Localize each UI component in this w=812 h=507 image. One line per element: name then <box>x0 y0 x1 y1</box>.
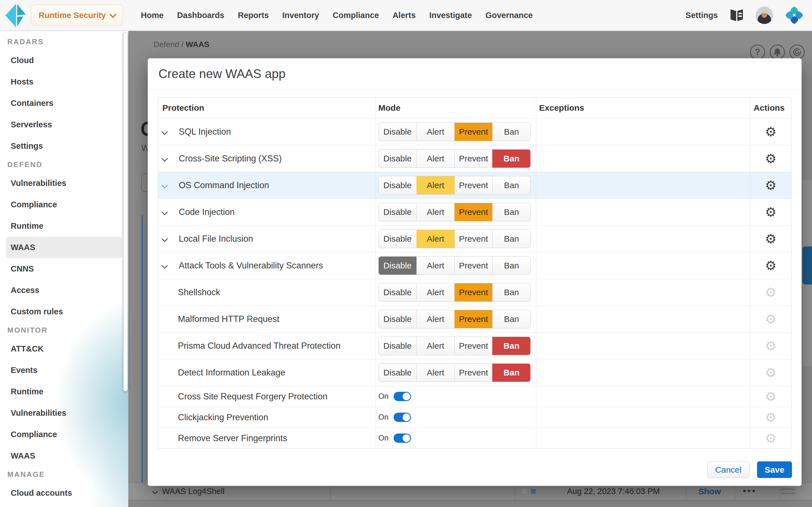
status-square-blue <box>531 489 536 494</box>
mode-option-ban[interactable]: Ban <box>492 257 530 275</box>
actions-cell: ⚙ <box>750 145 791 172</box>
sidebar-scrollbar[interactable] <box>123 33 128 392</box>
mode-option-disable[interactable]: Disable <box>378 230 416 248</box>
sidebar-item-waas[interactable]: WAAS <box>6 445 122 466</box>
mode-cell: DisableAlertPreventBan <box>375 145 536 172</box>
chevron-down-icon[interactable] <box>161 156 168 162</box>
mode-option-disable[interactable]: Disable <box>378 363 416 382</box>
mode-option-prevent[interactable]: Prevent <box>455 230 493 248</box>
mode-option-alert[interactable]: Alert <box>416 257 455 275</box>
mode-option-alert[interactable]: Alert <box>416 337 455 355</box>
nav-item-investigate[interactable]: Investigate <box>422 11 479 20</box>
docs-book-icon[interactable] <box>730 9 744 22</box>
mode-option-alert[interactable]: Alert <box>416 176 455 194</box>
mode-option-prevent[interactable]: Prevent <box>455 176 493 194</box>
mode-option-disable[interactable]: Disable <box>378 176 416 194</box>
cancel-button[interactable]: Cancel <box>707 461 750 478</box>
mode-option-ban[interactable]: Ban <box>492 363 530 382</box>
mode-option-prevent[interactable]: Prevent <box>455 123 493 141</box>
mode-option-ban[interactable]: Ban <box>492 176 530 194</box>
mode-option-disable[interactable]: Disable <box>378 257 416 275</box>
mode-option-ban[interactable]: Ban <box>492 230 530 248</box>
mode-option-disable[interactable]: Disable <box>378 123 416 141</box>
nav-item-home[interactable]: Home <box>134 11 170 20</box>
sidebar-item-custom-rules[interactable]: Custom rules <box>6 301 122 322</box>
mode-option-prevent[interactable]: Prevent <box>455 257 493 275</box>
mode-option-prevent[interactable]: Prevent <box>455 283 493 301</box>
mode-option-alert[interactable]: Alert <box>416 203 455 221</box>
sidebar-item-compliance[interactable]: Compliance <box>6 424 122 445</box>
sidebar-item-hosts[interactable]: Hosts <box>6 71 122 93</box>
gear-icon[interactable]: ⚙ <box>765 232 776 245</box>
mode-option-alert[interactable]: Alert <box>416 150 455 168</box>
mode-option-prevent[interactable]: Prevent <box>455 363 493 382</box>
nav-item-alerts[interactable]: Alerts <box>386 11 422 20</box>
runtime-security-logo-icon[interactable] <box>0 3 31 27</box>
mode-option-prevent[interactable]: Prevent <box>455 310 493 328</box>
mode-option-alert[interactable]: Alert <box>416 283 455 301</box>
sidebar-item-access[interactable]: Access <box>6 279 122 301</box>
mode-option-disable[interactable]: Disable <box>378 310 416 328</box>
mode-segmented-control: DisableAlertPreventBan <box>378 122 530 141</box>
mode-option-disable[interactable]: Disable <box>378 203 416 221</box>
mode-option-alert[interactable]: Alert <box>416 230 455 248</box>
sidebar-item-cloud-accounts[interactable]: Cloud accounts <box>6 482 122 504</box>
mode-option-disable[interactable]: Disable <box>378 150 416 168</box>
mode-option-prevent[interactable]: Prevent <box>455 150 493 168</box>
mode-option-ban[interactable]: Ban <box>492 310 530 328</box>
chevron-down-icon[interactable] <box>161 182 168 189</box>
sidebar-item-vulnerabilities[interactable]: Vulnerabilities <box>6 402 122 424</box>
chevron-down-icon[interactable] <box>161 263 168 269</box>
sidebar-item-cloud[interactable]: Cloud <box>6 50 122 71</box>
mode-option-alert[interactable]: Alert <box>416 310 455 328</box>
mode-option-prevent[interactable]: Prevent <box>455 203 493 221</box>
mode-option-ban[interactable]: Ban <box>492 337 530 355</box>
gear-icon[interactable]: ⚙ <box>765 179 776 192</box>
chevron-down-icon <box>152 489 158 494</box>
table-row: OS Command InjectionDisableAlertPreventB… <box>158 172 791 199</box>
save-button[interactable]: Save <box>757 461 792 478</box>
sidebar-item-containers[interactable]: Containers <box>6 93 122 114</box>
sidebar-item-runtime[interactable]: Runtime <box>6 215 122 237</box>
nav-item-dashboards[interactable]: Dashboards <box>170 11 231 20</box>
mode-option-ban[interactable]: Ban <box>492 283 530 301</box>
mode-option-disable[interactable]: Disable <box>378 337 416 355</box>
toggle-switch[interactable] <box>394 434 411 443</box>
sidebar-item-compliance[interactable]: Compliance <box>6 194 122 215</box>
sidebar-item-settings[interactable]: Settings <box>6 135 122 157</box>
nav-item-compliance[interactable]: Compliance <box>326 11 386 20</box>
mode-option-ban[interactable]: Ban <box>492 123 530 141</box>
nav-item-inventory[interactable]: Inventory <box>275 11 326 20</box>
mode-option-prevent[interactable]: Prevent <box>455 337 493 355</box>
nav-item-governance[interactable]: Governance <box>479 11 540 20</box>
nav-item-reports[interactable]: Reports <box>231 11 276 20</box>
sidebar-item-runtime[interactable]: Runtime <box>6 381 122 402</box>
gear-icon: ⚙ <box>765 366 776 379</box>
mode-option-alert[interactable]: Alert <box>416 123 455 141</box>
chevron-down-icon[interactable] <box>161 209 168 216</box>
toggle-switch[interactable] <box>394 392 411 401</box>
mode-cell: On <box>375 407 536 428</box>
gear-icon[interactable]: ⚙ <box>765 206 776 219</box>
sidebar-item-serverless[interactable]: Serverless <box>6 114 122 135</box>
sidebar-item-events[interactable]: Events <box>6 359 122 381</box>
chevron-down-icon[interactable] <box>161 129 168 135</box>
product-switcher[interactable]: Runtime Security <box>31 4 123 26</box>
gear-icon[interactable]: ⚙ <box>765 125 776 138</box>
gear-icon[interactable]: ⚙ <box>765 152 776 165</box>
mode-cell: DisableAlertPreventBan <box>375 119 536 145</box>
prisma-cloud-app-icon[interactable] <box>785 6 804 24</box>
mode-option-ban[interactable]: Ban <box>492 150 530 168</box>
mode-option-ban[interactable]: Ban <box>492 203 530 221</box>
sidebar-item-att-ck[interactable]: ATT&CK <box>6 338 122 359</box>
sidebar-item-waas[interactable]: WAAS <box>6 237 122 258</box>
mode-option-disable[interactable]: Disable <box>378 283 416 301</box>
toggle-switch[interactable] <box>394 413 411 422</box>
chevron-down-icon[interactable] <box>161 236 168 242</box>
user-avatar[interactable] <box>756 6 773 24</box>
sidebar-item-cnns[interactable]: CNNS <box>6 258 122 279</box>
mode-option-alert[interactable]: Alert <box>416 363 455 382</box>
gear-icon[interactable]: ⚙ <box>765 259 776 272</box>
settings-link[interactable]: Settings <box>686 11 718 20</box>
sidebar-item-vulnerabilities[interactable]: Vulnerabilities <box>6 172 122 194</box>
